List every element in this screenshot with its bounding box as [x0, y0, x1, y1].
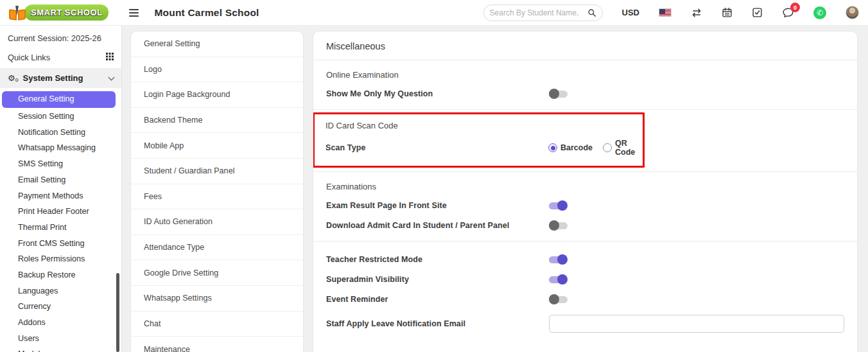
sidebar-item-addons[interactable]: Addons	[0, 315, 121, 331]
qr-code-radio-label: QR Code	[615, 139, 643, 157]
quick-links[interactable]: Quick Links	[0, 48, 121, 68]
tab-general-setting[interactable]: General Setting	[131, 31, 303, 57]
calendar-icon[interactable]	[722, 7, 733, 18]
radio-option-barcode[interactable]: Barcode	[548, 143, 593, 152]
sidebar-item-sms-setting[interactable]: SMS Setting	[0, 157, 121, 173]
tab-login-page-background[interactable]: Login Page Background	[131, 82, 303, 108]
show-me-only-my-question-toggle[interactable]	[549, 91, 568, 98]
sidebar-item-whatsapp-messaging[interactable]: Whatsapp Messaging	[0, 141, 121, 157]
book-pen-icon	[9, 6, 26, 20]
currency-selector[interactable]: USD	[622, 8, 639, 17]
tab-whatsapp-settings[interactable]: Whatsapp Settings	[131, 286, 303, 312]
setting-row-download-admit-card: Download Admit Card In Student / Parent …	[326, 221, 844, 230]
search-input[interactable]	[490, 8, 587, 17]
whatsapp-icon[interactable]: ✆	[813, 6, 826, 19]
setting-label: Superadmin Visibility	[326, 275, 549, 284]
barcode-radio-label: Barcode	[560, 143, 593, 152]
grid-icon	[106, 53, 114, 62]
tab-mobile-app[interactable]: Mobile App	[131, 133, 303, 159]
school-name-title: Mount Carmel School	[154, 7, 259, 19]
setting-label: Teacher Restricted Mode	[326, 255, 549, 264]
tab-fees[interactable]: Fees	[131, 184, 303, 210]
tab-id-auto-generation[interactable]: ID Auto Generation	[131, 209, 303, 235]
online-examination-heading: Online Examination	[326, 70, 844, 80]
sidebar-item-thermal-print[interactable]: Thermal Print	[0, 220, 121, 236]
quick-links-label: Quick Links	[8, 53, 50, 62]
tab-student-guardian-panel[interactable]: Student / Guardian Panel	[131, 159, 303, 184]
tab-logo[interactable]: Logo	[131, 57, 303, 83]
qr-code-radio[interactable]	[603, 143, 612, 152]
sidebar-item-front-cms-setting[interactable]: Front CMS Setting	[0, 236, 121, 252]
setting-row-scan-type: Scan Type Barcode QR Code	[326, 139, 643, 157]
sidebar-item-modules[interactable]: Modules	[0, 347, 121, 352]
tab-backend-theme[interactable]: Backend Theme	[131, 108, 303, 134]
settings-tabs-panel: General Setting Logo Login Page Backgrou…	[130, 31, 304, 352]
id-card-scan-code-heading: ID Card Scan Code	[326, 121, 643, 130]
panel-title: Miscellaneous	[313, 31, 857, 60]
scan-type-label: Scan Type	[326, 143, 548, 152]
user-avatar[interactable]	[846, 6, 859, 19]
tab-google-drive-setting[interactable]: Google Drive Setting	[131, 260, 303, 286]
radio-option-qr-code[interactable]: QR Code	[603, 139, 643, 157]
tab-maintenance[interactable]: Maintenance	[131, 337, 303, 352]
avatar-photo	[846, 6, 859, 19]
sidebar-item-session-setting[interactable]: Session Setting	[0, 109, 121, 125]
superadmin-visibility-toggle[interactable]	[549, 276, 568, 283]
setting-row-show-me-only-my-question: Show Me Only My Question	[326, 89, 844, 98]
menu-title: System Setting	[23, 73, 109, 83]
todo-check-icon[interactable]	[752, 7, 763, 18]
tab-attendance-type[interactable]: Attendance Type	[131, 235, 303, 261]
setting-label: Event Reminder	[326, 295, 549, 304]
sidebar-item-users[interactable]: Users	[0, 331, 121, 347]
barcode-radio[interactable]	[548, 143, 557, 152]
setting-label: Exam Result Page In Front Site	[326, 201, 549, 210]
sidebar-item-payment-methods[interactable]: Payment Methods	[0, 188, 121, 204]
sidebar-item-roles-permissions[interactable]: Roles Permissions	[0, 252, 121, 268]
logo-text: SMART SCHOOL	[31, 8, 102, 17]
us-flag-icon	[659, 8, 672, 17]
messages-icon[interactable]: 0	[782, 7, 794, 18]
gears-icon: ⚙ₒ	[8, 74, 19, 82]
sidebar-item-languages[interactable]: Languages	[0, 283, 121, 299]
scan-type-radio-group: Barcode QR Code	[548, 139, 643, 157]
app-logo[interactable]: SMART SCHOOL	[9, 4, 108, 21]
student-search-box[interactable]	[483, 4, 603, 21]
event-reminder-toggle[interactable]	[549, 296, 568, 303]
setting-row-exam-result-page: Exam Result Page In Front Site	[326, 201, 844, 210]
tab-chat[interactable]: Chat	[131, 312, 303, 337]
sidebar-item-print-header-footer[interactable]: Print Header Footer	[0, 204, 121, 220]
sidebar-item-currency[interactable]: Currency	[0, 299, 121, 315]
session-switch-icon[interactable]	[691, 8, 702, 18]
setting-row-staff-apply-leave-email: Staff Apply Leave Notification Email	[326, 315, 844, 333]
id-card-scan-code-annotation-box: ID Card Scan Code Scan Type Barcode QR C…	[313, 112, 645, 168]
sidebar-menu-system-setting[interactable]: ⚙ₒ System Setting	[0, 68, 121, 88]
setting-row-superadmin-visibility: Superadmin Visibility	[326, 275, 844, 284]
search-icon[interactable]	[587, 8, 596, 17]
setting-label: Show Me Only My Question	[326, 89, 549, 98]
current-session-label: Current Session: 2025-26	[0, 28, 121, 48]
sidebar-scrollbar[interactable]	[116, 273, 119, 352]
setting-row-event-reminder: Event Reminder	[326, 295, 844, 304]
setting-label: Staff Apply Leave Notification Email	[326, 319, 549, 328]
hamburger-menu-icon[interactable]	[129, 9, 139, 17]
teacher-restricted-mode-toggle[interactable]	[549, 256, 568, 263]
exam-result-page-toggle[interactable]	[549, 202, 568, 209]
examinations-heading: Examinations	[326, 182, 844, 191]
sidebar-item-email-setting[interactable]: Email Setting	[0, 172, 121, 188]
setting-row-teacher-restricted-mode: Teacher Restricted Mode	[326, 255, 844, 264]
staff-leave-notification-email-input[interactable]	[549, 315, 844, 333]
download-admit-card-toggle[interactable]	[549, 222, 568, 229]
chevron-down-icon	[108, 74, 115, 80]
sidebar-item-backup-restore[interactable]: Backup Restore	[0, 267, 121, 283]
sidebar-item-general-setting[interactable]: General Setting	[2, 91, 116, 108]
language-flag-selector[interactable]	[659, 8, 672, 17]
logo-badge: SMART SCHOOL	[24, 4, 108, 21]
sidebar-item-notification-setting[interactable]: Notification Setting	[0, 125, 121, 141]
message-count-badge: 0	[790, 3, 800, 12]
left-sidebar: Current Session: 2025-26 Quick Links ⚙ₒ …	[0, 26, 122, 352]
miscellaneous-panel: Miscellaneous Online Examination Show Me…	[313, 31, 858, 352]
setting-label: Download Admit Card In Student / Parent …	[326, 221, 549, 230]
top-header: SMART SCHOOL Mount Carmel School USD	[0, 0, 868, 26]
